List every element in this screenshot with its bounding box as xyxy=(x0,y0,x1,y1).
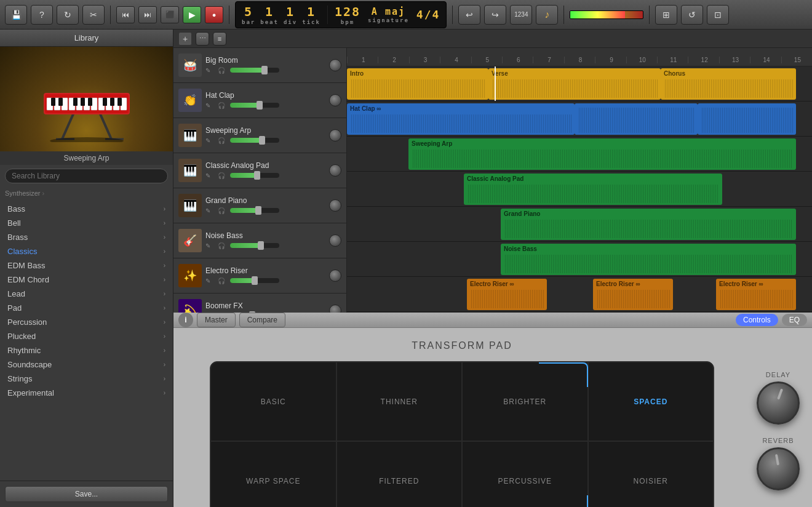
track-controls: ✎ 🎧 xyxy=(205,66,325,74)
sidebar-item-rhythmic[interactable]: Rhythmic› xyxy=(0,343,173,357)
timeline-clip[interactable]: Grand Piano xyxy=(501,209,796,240)
save-button[interactable]: Save... xyxy=(5,486,168,502)
midi-btn[interactable]: ♪ xyxy=(536,5,558,25)
track-mute-btn[interactable]: ✎ xyxy=(205,206,215,215)
track-knob[interactable] xyxy=(329,199,341,212)
sidebar-item-classics[interactable]: Classics› xyxy=(0,244,173,258)
undo-btn[interactable]: ↩ xyxy=(458,5,480,25)
help-btn[interactable]: ? xyxy=(31,5,53,25)
loop-btn[interactable]: ↻ xyxy=(57,5,79,25)
sidebar-item-label: Bass xyxy=(7,204,25,214)
timeline-clip[interactable] xyxy=(575,103,698,135)
track-mute-btn[interactable]: ✎ xyxy=(205,276,215,285)
tracks-option-btn[interactable]: ⋯ xyxy=(196,32,209,46)
redo-btn[interactable]: ↪ xyxy=(484,5,506,25)
pad-filtered[interactable]: FILTERED xyxy=(336,441,463,507)
timeline-clip[interactable]: Verse xyxy=(488,68,661,100)
track-fader[interactable] xyxy=(230,278,279,283)
timeline-clip[interactable]: Sweeping Arp xyxy=(408,138,796,170)
sidebar-item-pad[interactable]: Pad› xyxy=(0,301,173,315)
track-solo-btn[interactable]: 🎧 xyxy=(218,241,228,250)
pad-brighter[interactable]: BRIGHTER xyxy=(462,362,588,441)
pad-percussive[interactable]: PERCUSSIVE xyxy=(462,441,588,507)
track-fader[interactable] xyxy=(230,208,279,213)
track-knob[interactable] xyxy=(329,94,341,106)
master-tab[interactable]: Master xyxy=(197,313,236,327)
track-solo-btn[interactable]: 🎧 xyxy=(218,276,228,285)
sidebar-item-soundscape[interactable]: Soundscape› xyxy=(0,357,173,372)
reverb-knob[interactable] xyxy=(757,447,800,490)
pad-thinner[interactable]: THINNER xyxy=(336,362,463,441)
track-solo-btn[interactable]: 🎧 xyxy=(218,136,228,145)
pad-noisier-label: NOISIER xyxy=(634,477,668,485)
forward-btn[interactable]: ⏭ xyxy=(138,6,157,23)
track-name: Electro Riser xyxy=(205,266,325,275)
track-mute-btn[interactable]: ✎ xyxy=(205,241,215,250)
sidebar-item-plucked[interactable]: Plucked› xyxy=(0,329,173,343)
sidebar-item-percussion[interactable]: Percussion› xyxy=(0,315,173,329)
pad-basic[interactable]: BASIC xyxy=(210,362,336,441)
play-btn[interactable]: ▶ xyxy=(183,6,201,23)
stop-btn[interactable]: ⬛ xyxy=(161,6,179,23)
record-btn[interactable]: ● xyxy=(205,6,223,23)
save-icon-btn[interactable]: 💾 xyxy=(5,5,27,25)
timeline-clip[interactable]: Classic Analog Pad xyxy=(464,174,722,205)
search-input[interactable] xyxy=(5,169,168,183)
plugin-info-btn[interactable]: i xyxy=(178,313,193,327)
track-mute-btn[interactable]: ✎ xyxy=(205,136,215,145)
track-solo-btn[interactable]: 🎧 xyxy=(218,101,228,110)
timeline-clip[interactable]: Electro Riser ∞ xyxy=(467,279,547,310)
delay-knob[interactable] xyxy=(757,381,800,425)
compare-tab[interactable]: Compare xyxy=(239,313,285,327)
track-knob[interactable] xyxy=(329,129,341,142)
sidebar-item-bass[interactable]: Bass› xyxy=(0,202,173,216)
timeline-clip[interactable] xyxy=(698,103,796,135)
timeline-clip[interactable]: Electro Riser ∞ xyxy=(716,279,796,310)
track-solo-btn[interactable]: 🎧 xyxy=(218,66,228,74)
track-solo-btn[interactable]: 🎧 xyxy=(218,171,228,180)
track-mute-btn[interactable]: ✎ xyxy=(205,101,215,110)
rewind-btn[interactable]: ⏮ xyxy=(116,6,135,23)
add-track-btn[interactable]: + xyxy=(178,32,192,46)
timeline-clip[interactable]: Hat Clap ∞ xyxy=(347,103,575,135)
pad-spaced[interactable]: SPACED xyxy=(588,362,714,441)
transform-pad[interactable]: BASIC THINNER BRIGHTER SPACED xyxy=(210,361,714,507)
track-mute-btn[interactable]: ✎ xyxy=(205,171,215,180)
sidebar-item-edm-chord[interactable]: EDM Chord› xyxy=(0,273,173,287)
tracks-filter-btn[interactable]: ≡ xyxy=(213,32,226,46)
timeline-clip[interactable]: Intro xyxy=(347,68,488,100)
pad-warpspace[interactable]: WARP SPACE xyxy=(210,441,336,507)
pad-noisier[interactable]: NOISIER xyxy=(588,441,714,507)
sidebar-item-experimental[interactable]: Experimental› xyxy=(0,386,173,400)
numbers-btn[interactable]: 1234 xyxy=(510,5,532,25)
sidebar-item-brass[interactable]: Brass› xyxy=(0,230,173,244)
sidebar-item-edm-bass[interactable]: EDM Bass› xyxy=(0,258,173,273)
timeline-clip[interactable]: Chorus xyxy=(661,68,796,100)
track-fader[interactable] xyxy=(230,68,279,73)
track-knob[interactable] xyxy=(329,305,341,313)
sidebar-item-label: Brass xyxy=(7,233,28,242)
chevron-right-icon: › xyxy=(164,220,165,226)
eq-tab[interactable]: EQ xyxy=(782,314,807,326)
sidebar-item-lead[interactable]: Lead› xyxy=(0,287,173,301)
track-fader[interactable] xyxy=(230,243,279,248)
track-knob[interactable] xyxy=(329,269,341,282)
track-knob[interactable] xyxy=(329,59,341,71)
timeline-clip[interactable]: Noise Bass xyxy=(501,244,796,275)
track-fader[interactable] xyxy=(230,173,279,178)
track-fader[interactable] xyxy=(230,138,279,143)
clip-label: Intro xyxy=(350,70,485,77)
track-fader[interactable] xyxy=(230,103,279,108)
controls-tab[interactable]: Controls xyxy=(736,314,778,326)
track-solo-btn[interactable]: 🎧 xyxy=(218,206,228,215)
browse-btn[interactable]: ⊞ xyxy=(655,5,677,25)
sidebar-item-bell[interactable]: Bell› xyxy=(0,216,173,230)
track-mute-btn[interactable]: ✎ xyxy=(205,66,215,74)
track-knob[interactable] xyxy=(329,234,341,247)
sidebar-item-strings[interactable]: Strings› xyxy=(0,372,173,386)
history-btn[interactable]: ↺ xyxy=(681,5,703,25)
scissors-btn[interactable]: ✂ xyxy=(82,5,105,25)
track-knob[interactable] xyxy=(329,164,341,177)
timeline-clip[interactable]: Electro Riser ∞ xyxy=(593,279,673,310)
settings-btn[interactable]: ⊡ xyxy=(707,5,729,25)
